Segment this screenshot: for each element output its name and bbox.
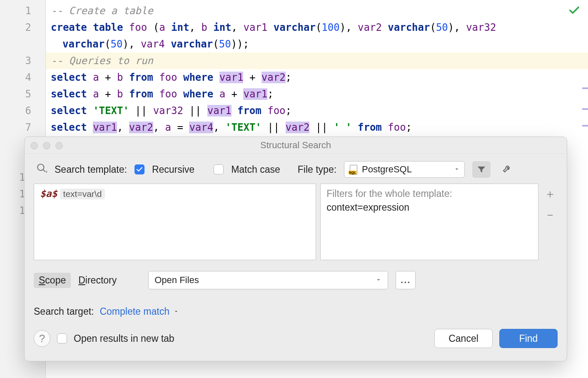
line-number: 6 <box>0 102 45 119</box>
help-button[interactable]: ? <box>34 330 50 347</box>
dialog-bottom-row: ? Open results in new tab Cancel Find <box>25 317 567 348</box>
cancel-button[interactable]: Cancel <box>434 329 493 348</box>
match-highlight: var4 <box>189 122 213 133</box>
structural-search-dialog: Structural Search Search template: Recur… <box>24 137 567 361</box>
template-variable: $a$ <box>40 188 57 199</box>
code-line-3[interactable]: -- Queries to run <box>46 52 588 69</box>
file-type-value: PostgreSQL <box>362 164 412 175</box>
chevron-down-icon <box>453 164 460 175</box>
match-highlight: var2 <box>262 72 286 83</box>
scope-row: Scope Directory Open Files ... <box>25 260 567 289</box>
minimize-icon[interactable] <box>43 142 50 149</box>
code-line-7[interactable]: select var1, var2, a = var4, 'TEXT' || v… <box>46 119 588 136</box>
recursive-label: Recursive <box>152 164 194 175</box>
add-filter-button[interactable]: ＋ <box>544 186 556 202</box>
line-number: 3 <box>0 52 45 69</box>
directory-button[interactable]: Directory <box>78 275 117 286</box>
dialog-titlebar[interactable]: Structural Search <box>25 137 567 154</box>
file-type-select[interactable]: PostgreSQL <box>344 161 465 178</box>
tools-button[interactable] <box>498 161 516 178</box>
scope-button[interactable]: Scope <box>34 273 71 288</box>
dialog-toolbar: Search template: Recursive Match case Fi… <box>25 154 567 184</box>
open-new-tab-label: Open results in new tab <box>74 333 174 344</box>
code-line-2-wrap[interactable]: varchar(50), var4 varchar(50)); <box>46 36 588 52</box>
match-highlight: var1 <box>93 122 117 133</box>
comment-text: -- Create a table <box>51 5 153 17</box>
sql-file-icon <box>349 165 358 174</box>
code-line-2[interactable]: create table foo (a int, b int, var1 var… <box>46 19 588 36</box>
filters-placeholder: Filters for the whole template: <box>326 188 532 199</box>
template-constraint-chip: text=var\d <box>60 189 105 199</box>
code-line-6[interactable]: select 'TEXT' || var32 || var1 from foo; <box>46 102 588 119</box>
status-ok-icon <box>568 4 581 18</box>
match-highlight: var1 <box>243 88 267 100</box>
match-highlight: var1 <box>219 72 244 83</box>
recursive-checkbox[interactable] <box>135 164 145 174</box>
dialog-title: Structural Search <box>260 140 331 150</box>
zoom-icon[interactable] <box>55 142 63 149</box>
close-icon[interactable] <box>30 142 38 149</box>
code-line-5[interactable]: select a + b from foo where a + var1; <box>46 86 588 102</box>
code-line-1[interactable]: -- Create a table <box>46 2 588 19</box>
code-line-4[interactable]: select a + b from foo where var1 + var2; <box>46 69 588 86</box>
search-template-label: Search template: <box>55 164 127 175</box>
comment-text: -- Queries to run <box>51 55 153 67</box>
line-number: 4 <box>0 69 45 86</box>
line-number: 2 <box>0 19 45 36</box>
editor-mini-markers <box>582 0 588 378</box>
scope-value: Open Files <box>154 275 199 286</box>
match-case-label: Match case <box>231 164 280 175</box>
search-target-link[interactable]: Complete match <box>100 306 179 317</box>
find-button[interactable]: Find <box>499 329 558 348</box>
scope-select[interactable]: Open Files <box>148 271 388 289</box>
filter-toggle-button[interactable] <box>472 161 491 178</box>
file-type-label: File type: <box>298 164 336 175</box>
match-highlight: var2 <box>286 122 310 133</box>
match-case-checkbox[interactable] <box>214 164 224 174</box>
search-history-icon[interactable] <box>36 163 47 176</box>
match-highlight: var1 <box>207 105 232 117</box>
panes: $a$text=var\d Filters for the whole temp… <box>25 184 567 260</box>
chevron-down-icon <box>173 306 179 317</box>
window-controls[interactable] <box>30 142 63 149</box>
search-target-label: Search target: <box>34 306 94 317</box>
open-new-tab-checkbox[interactable] <box>57 333 67 343</box>
svg-point-0 <box>37 164 44 170</box>
match-highlight: var2 <box>129 122 153 133</box>
line-number: 5 <box>0 86 45 102</box>
remove-filter-button[interactable]: － <box>544 207 556 223</box>
template-input[interactable]: $a$text=var\d <box>34 184 316 260</box>
filter-line: context=expression <box>326 202 532 213</box>
filters-pane[interactable]: Filters for the whole template: context=… <box>320 184 538 260</box>
chevron-down-icon <box>375 275 382 286</box>
line-number: 7 <box>0 119 45 136</box>
search-target-row: Search target: Complete match <box>25 289 567 317</box>
filter-side-tools: ＋ － <box>543 184 558 260</box>
browse-button[interactable]: ... <box>396 271 416 289</box>
svg-line-1 <box>43 169 45 172</box>
line-number: 1 <box>0 2 45 19</box>
